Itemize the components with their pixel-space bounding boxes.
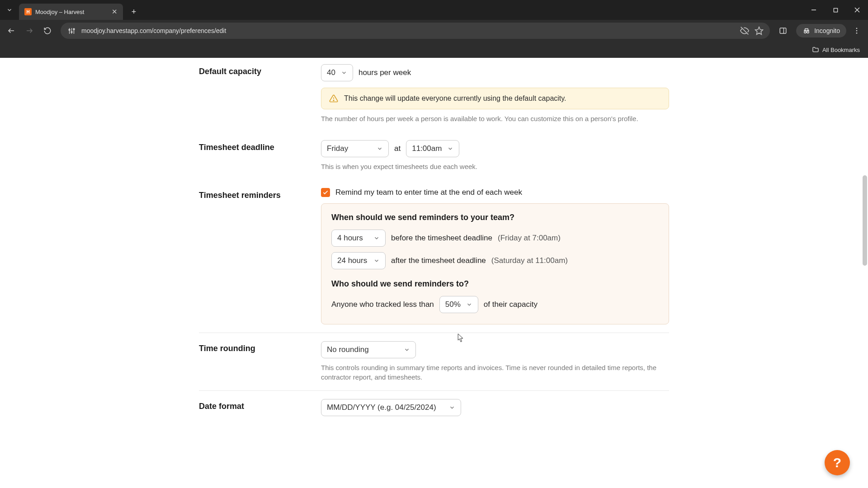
rounding-value: No rounding bbox=[327, 345, 369, 354]
row-timesheet-deadline: Timesheet deadline Friday at 11:00am Thi… bbox=[199, 132, 669, 180]
help-button[interactable]: ? bbox=[825, 450, 850, 475]
rounding-hint: This controls rounding in summary time r… bbox=[321, 363, 669, 383]
reminder-who-row: Anyone who tracked less than 50% of thei… bbox=[331, 296, 659, 313]
reminder-before-row: 4 hours before the timesheet deadline (F… bbox=[331, 230, 659, 247]
bookmark-star-icon[interactable] bbox=[755, 26, 764, 35]
deadline-time-select[interactable]: 11:00am bbox=[406, 140, 459, 157]
reminders-panel: When should we send reminders to your te… bbox=[321, 203, 669, 324]
reminder-who-value: 50% bbox=[445, 300, 461, 309]
chevron-down-icon bbox=[341, 70, 347, 76]
reload-button[interactable] bbox=[40, 23, 55, 38]
chevron-down-icon bbox=[449, 404, 455, 411]
reminders-when-heading: When should we send reminders to your te… bbox=[331, 213, 659, 222]
deadline-day-select[interactable]: Friday bbox=[321, 140, 389, 157]
window-minimize-button[interactable] bbox=[803, 0, 825, 20]
svg-rect-9 bbox=[69, 29, 70, 30]
page-content: Default capacity 40 hours per week This … bbox=[0, 58, 868, 488]
reminders-who-heading: Who should we send reminders to? bbox=[331, 279, 659, 289]
chevron-down-icon bbox=[373, 235, 380, 241]
capacity-suffix: hours per week bbox=[359, 68, 411, 77]
preferences-form: Default capacity 40 hours per week This … bbox=[199, 58, 669, 434]
url-bar[interactable]: moodjoy.harvestapp.com/company/preferenc… bbox=[61, 23, 770, 39]
all-bookmarks-button[interactable]: All Bookmarks bbox=[812, 46, 860, 53]
svg-point-16 bbox=[804, 31, 807, 33]
capacity-alert-text: This change will update everyone current… bbox=[344, 94, 566, 103]
reminder-after-row: 24 hours after the timesheet deadline (S… bbox=[331, 252, 659, 269]
side-panel-button[interactable] bbox=[775, 23, 791, 38]
all-bookmarks-label: All Bookmarks bbox=[822, 47, 860, 53]
bookmarks-bar: All Bookmarks bbox=[0, 42, 868, 58]
svg-point-17 bbox=[807, 31, 809, 33]
chevron-down-icon bbox=[466, 301, 472, 308]
deadline-at: at bbox=[394, 144, 401, 153]
mouse-cursor-icon bbox=[458, 333, 464, 343]
reminder-after-text: after the timesheet deadline bbox=[391, 256, 486, 265]
window-controls bbox=[803, 0, 868, 20]
chevron-down-icon bbox=[373, 258, 380, 264]
url-text: moodjoy.harvestapp.com/company/preferenc… bbox=[81, 27, 735, 34]
browser-tab[interactable]: H Moodjoy – Harvest ✕ bbox=[19, 4, 123, 20]
deadline-day-value: Friday bbox=[327, 144, 348, 153]
reminders-checkbox-label: Remind my team to enter time at the end … bbox=[335, 188, 522, 197]
tab-bar: H Moodjoy – Harvest ✕ + bbox=[0, 0, 868, 20]
new-tab-button[interactable]: + bbox=[127, 5, 140, 18]
deadline-time-value: 11:00am bbox=[412, 144, 442, 153]
scrollbar-thumb[interactable] bbox=[863, 175, 867, 266]
tab-search-button[interactable] bbox=[3, 3, 16, 17]
svg-rect-14 bbox=[780, 28, 786, 33]
rounding-select[interactable]: No rounding bbox=[321, 341, 416, 358]
incognito-badge[interactable]: Incognito bbox=[796, 24, 846, 38]
svg-marker-13 bbox=[755, 27, 763, 35]
reminder-after-select[interactable]: 24 hours bbox=[331, 252, 386, 269]
chevron-down-icon bbox=[377, 145, 383, 152]
incognito-label: Incognito bbox=[814, 27, 840, 34]
dateformat-value: MM/DD/YYYY (e.g. 04/25/2024) bbox=[327, 403, 436, 412]
label-time-rounding: Time rounding bbox=[199, 341, 321, 383]
tab-favicon: H bbox=[24, 8, 32, 15]
reminder-before-value: 4 hours bbox=[337, 234, 363, 243]
reminders-checkbox[interactable] bbox=[321, 188, 330, 197]
browser-toolbar: moodjoy.harvestapp.com/company/preferenc… bbox=[0, 20, 868, 42]
eye-off-icon[interactable] bbox=[740, 26, 749, 35]
deadline-hint: This is when you expect timesheets due e… bbox=[321, 162, 669, 172]
chevron-down-icon bbox=[447, 145, 453, 152]
svg-point-21 bbox=[856, 33, 858, 34]
svg-point-19 bbox=[856, 28, 858, 29]
capacity-select[interactable]: 40 bbox=[321, 64, 353, 81]
capacity-alert: This change will update everyone current… bbox=[321, 88, 669, 109]
site-settings-icon[interactable] bbox=[67, 26, 76, 35]
forward-button[interactable] bbox=[22, 23, 37, 38]
window-maximize-button[interactable] bbox=[825, 0, 846, 20]
reminder-after-value: 24 hours bbox=[337, 256, 367, 265]
svg-point-23 bbox=[333, 100, 334, 101]
label-timesheet-deadline: Timesheet deadline bbox=[199, 140, 321, 172]
dateformat-select[interactable]: MM/DD/YYYY (e.g. 04/25/2024) bbox=[321, 399, 461, 416]
check-icon bbox=[322, 189, 329, 196]
reminder-after-paren: (Saturday at 11:00am) bbox=[491, 256, 568, 265]
tab-close-button[interactable]: ✕ bbox=[112, 8, 118, 16]
label-default-capacity: Default capacity bbox=[199, 64, 321, 124]
warning-icon bbox=[329, 94, 339, 103]
capacity-value: 40 bbox=[327, 68, 335, 77]
tab-title: Moodjoy – Harvest bbox=[35, 9, 107, 15]
row-time-rounding: Time rounding No rounding This controls … bbox=[199, 333, 669, 391]
reminder-who-select[interactable]: 50% bbox=[439, 296, 478, 313]
reminder-before-text: before the timesheet deadline bbox=[391, 234, 492, 243]
reminder-before-select[interactable]: 4 hours bbox=[331, 230, 386, 247]
reminder-who-suffix: of their capacity bbox=[484, 300, 538, 309]
row-default-capacity: Default capacity 40 hours per week This … bbox=[199, 61, 669, 132]
label-timesheet-reminders: Timesheet reminders bbox=[199, 188, 321, 324]
svg-point-20 bbox=[856, 30, 858, 32]
svg-rect-1 bbox=[834, 8, 837, 12]
label-date-format: Date format bbox=[199, 399, 321, 416]
help-icon: ? bbox=[833, 455, 841, 470]
row-timesheet-reminders: Timesheet reminders Remind my team to en… bbox=[199, 180, 669, 333]
window-close-button[interactable] bbox=[846, 0, 868, 20]
capacity-hint: The number of hours per week a person is… bbox=[321, 114, 669, 124]
row-date-format: Date format MM/DD/YYYY (e.g. 04/25/2024) bbox=[199, 391, 669, 434]
browser-chrome: H Moodjoy – Harvest ✕ + moodjoy.harvesta… bbox=[0, 0, 868, 58]
back-button[interactable] bbox=[4, 23, 19, 38]
chrome-menu-button[interactable] bbox=[849, 23, 864, 38]
svg-rect-11 bbox=[73, 28, 75, 29]
chevron-down-icon bbox=[404, 347, 410, 353]
